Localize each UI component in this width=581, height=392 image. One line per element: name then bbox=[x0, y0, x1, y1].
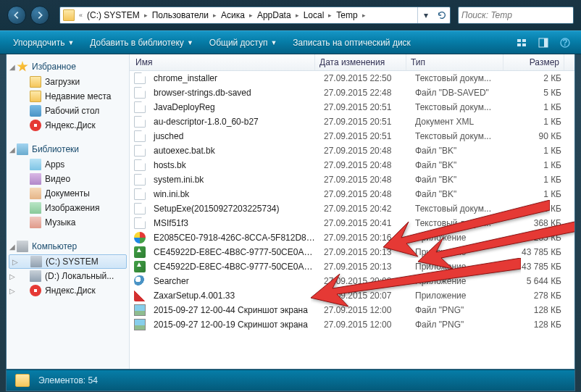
file-row[interactable]: SetupExe(20150927203225734) 27.09.2015 2… bbox=[130, 201, 574, 216]
file-size: 278 КБ bbox=[508, 291, 566, 301]
nav-item[interactable]: Недавние места bbox=[7, 89, 129, 104]
nav-item[interactable]: ▷(C:) SYSTEM bbox=[9, 254, 127, 269]
file-icon bbox=[134, 145, 146, 157]
file-type: Приложение bbox=[411, 291, 508, 301]
nav-item[interactable]: Яндекс.Диск bbox=[7, 118, 129, 133]
expand-icon: ▷ bbox=[9, 272, 17, 280]
nav-item[interactable]: Документы bbox=[7, 186, 129, 201]
expand-icon: ▷ bbox=[12, 258, 20, 266]
file-row[interactable]: JavaDeployReg 27.09.2015 20:51 Текстовый… bbox=[130, 100, 574, 114]
file-name: ZaxarSetup.4.001.33 bbox=[149, 291, 319, 301]
file-icon bbox=[134, 304, 146, 316]
search-box[interactable] bbox=[458, 7, 574, 24]
file-type: Приложение bbox=[411, 276, 508, 286]
breadcrumb-item[interactable]: Local bbox=[301, 7, 327, 23]
status-bar: Элементов: 54 bbox=[6, 370, 575, 391]
file-row[interactable]: Searcher 27.09.2015 20:08 Приложение 5 6… bbox=[130, 274, 574, 288]
file-date: 27.09.2015 20:13 bbox=[319, 247, 411, 257]
nav-item[interactable]: Apps bbox=[7, 157, 129, 172]
column-headers: Имя Дата изменения Тип Размер bbox=[130, 54, 574, 71]
file-row[interactable]: ZaxarSetup.4.001.33 27.09.2015 20:07 При… bbox=[130, 288, 574, 303]
file-row[interactable]: hosts.bk 27.09.2015 20:48 Файл "BK" 1 КБ bbox=[130, 158, 574, 172]
help-button[interactable]: ? bbox=[556, 34, 574, 51]
command-bar: Упорядочить▼ Добавить в библиотеку▼ Общи… bbox=[0, 30, 581, 54]
nav-group-header[interactable]: ◢Избранное bbox=[7, 59, 129, 75]
forward-button[interactable] bbox=[30, 6, 49, 25]
breadcrumb-item[interactable]: (C:) SYSTEM bbox=[84, 7, 143, 23]
nav-item[interactable]: Загрузки bbox=[7, 75, 129, 89]
file-name: E2085CE0-7918-426C-8CCA-5F812D849749 bbox=[149, 233, 319, 243]
file-size: 1 КБ bbox=[508, 117, 566, 127]
file-date: 27.09.2015 22:50 bbox=[319, 73, 411, 83]
file-date: 27.09.2015 22:48 bbox=[319, 88, 411, 98]
file-icon bbox=[134, 275, 146, 287]
organize-button[interactable]: Упорядочить▼ bbox=[7, 35, 80, 51]
burn-button[interactable]: Записать на оптический диск bbox=[287, 35, 417, 51]
file-rows[interactable]: chrome_installer 27.09.2015 22:50 Тексто… bbox=[130, 71, 574, 369]
collapse-icon: ◢ bbox=[9, 63, 17, 71]
file-row[interactable]: win.ini.bk 27.09.2015 20:48 Файл "BK" 1 … bbox=[130, 187, 574, 201]
search-input[interactable] bbox=[461, 10, 571, 20]
nav-item[interactable]: ▷(D:) Локальный... bbox=[7, 269, 129, 283]
back-button[interactable] bbox=[7, 6, 26, 25]
nav-item[interactable]: Рабочий стол bbox=[7, 104, 129, 118]
svg-rect-4 bbox=[522, 43, 526, 46]
file-type: Документ XML bbox=[411, 117, 508, 127]
item-icon bbox=[30, 173, 41, 185]
navigation-pane[interactable]: ◢ИзбранноеЗагрузкиНедавние местаРабочий … bbox=[7, 54, 130, 369]
breadcrumb-item[interactable]: AppData bbox=[254, 7, 294, 23]
column-size[interactable]: Размер bbox=[503, 54, 564, 70]
file-row[interactable]: au-descriptor-1.8.0_60-b27 27.09.2015 20… bbox=[130, 114, 574, 129]
chevron-right-icon: ▸ bbox=[327, 12, 333, 19]
file-date: 27.09.2015 20:51 bbox=[319, 117, 411, 127]
file-date: 27.09.2015 20:08 bbox=[319, 276, 411, 286]
nav-group-header[interactable]: ◢Библиотеки bbox=[7, 141, 129, 157]
file-name: system.ini.bk bbox=[149, 175, 319, 185]
nav-item[interactable]: Музыка bbox=[7, 215, 129, 230]
breadcrumb-item[interactable]: Temp bbox=[333, 7, 360, 23]
nav-item[interactable]: ▷Яндекс.Диск bbox=[7, 283, 129, 298]
file-row[interactable]: autoexec.bat.bk 27.09.2015 20:48 Файл "B… bbox=[130, 143, 574, 158]
file-type: Текстовый докум... bbox=[411, 102, 508, 112]
address-bar[interactable]: «(C:) SYSTEM▸Пользователи▸Асика▸AppData▸… bbox=[59, 7, 451, 24]
file-row[interactable]: MSIf51f3 27.09.2015 20:41 Текстовый доку… bbox=[130, 216, 574, 230]
file-row[interactable]: 2015-09-27 12-00-44 Скриншот экрана 27.0… bbox=[130, 303, 574, 317]
item-icon bbox=[30, 285, 41, 296]
nav-group-header[interactable]: ◢Компьютер bbox=[7, 238, 129, 254]
file-row[interactable]: 2015-09-27 12-00-19 Скриншот экрана 27.0… bbox=[130, 317, 574, 332]
file-row[interactable]: jusched 27.09.2015 20:51 Текстовый докум… bbox=[130, 129, 574, 143]
file-row[interactable]: browser-strings.db-saved 27.09.2015 22:4… bbox=[130, 86, 574, 100]
column-type[interactable]: Тип bbox=[406, 54, 503, 70]
nav-item[interactable]: Видео bbox=[7, 172, 129, 186]
preview-pane-button[interactable] bbox=[535, 34, 552, 51]
history-dropdown-button[interactable]: ▾ bbox=[418, 7, 434, 23]
nav-item[interactable]: Изображения bbox=[7, 201, 129, 215]
add-to-library-button[interactable]: Добавить в библиотеку▼ bbox=[84, 35, 198, 51]
breadcrumb-item[interactable]: Пользователи bbox=[149, 7, 212, 23]
view-options-button[interactable] bbox=[513, 34, 530, 51]
file-row[interactable]: system.ini.bk 27.09.2015 20:48 Файл "BK"… bbox=[130, 172, 574, 187]
file-type: Файл "BK" bbox=[411, 146, 508, 156]
file-name: autoexec.bat.bk bbox=[149, 146, 319, 156]
column-name[interactable]: Имя bbox=[130, 54, 315, 70]
file-row[interactable]: E2085CE0-7918-426C-8CCA-5F812D849749 27.… bbox=[130, 230, 574, 245]
file-row[interactable]: CE45922D-E8EC-4B8C-9777-50CE0AFF7EEF 27.… bbox=[130, 259, 574, 274]
file-row[interactable]: CE45922D-E8EC-4B8C-9777-50CE0AFF7E... 27… bbox=[130, 245, 574, 259]
group-icon bbox=[17, 61, 28, 72]
file-icon bbox=[134, 232, 146, 243]
file-row[interactable]: chrome_installer 27.09.2015 22:50 Тексто… bbox=[130, 71, 574, 86]
file-name: browser-strings.db-saved bbox=[149, 88, 319, 98]
item-icon bbox=[30, 91, 41, 102]
file-name: JavaDeployReg bbox=[149, 102, 319, 112]
item-icon bbox=[30, 270, 41, 282]
collapse-icon: ◢ bbox=[9, 243, 17, 251]
item-icon bbox=[30, 105, 41, 117]
breadcrumb-item[interactable]: Асика bbox=[218, 7, 248, 23]
file-type: Текстовый докум... bbox=[411, 218, 508, 228]
file-icon bbox=[134, 217, 146, 229]
file-size: 43 785 КБ bbox=[508, 262, 566, 272]
refresh-button[interactable] bbox=[434, 7, 450, 23]
share-button[interactable]: Общий доступ▼ bbox=[204, 35, 283, 51]
column-date[interactable]: Дата изменения bbox=[315, 54, 406, 70]
file-date: 27.09.2015 20:51 bbox=[319, 131, 411, 141]
